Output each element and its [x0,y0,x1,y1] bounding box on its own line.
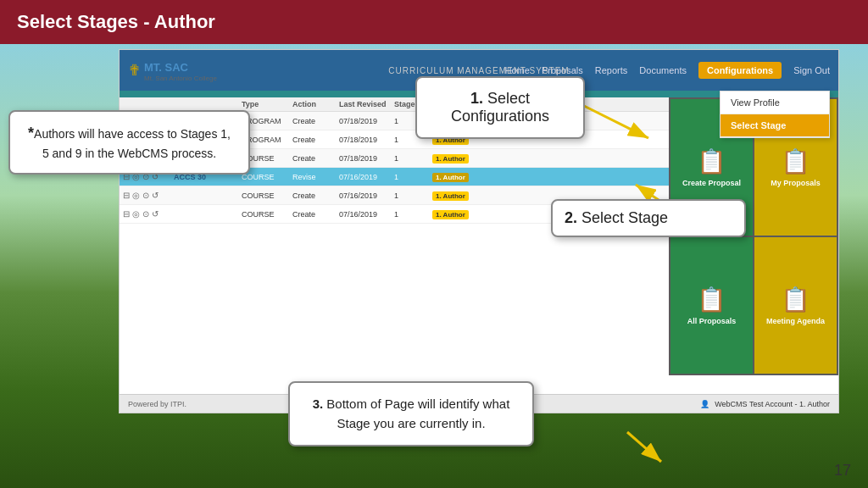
dropdown-menu: View Profile Select Stage [720,91,830,138]
row-icons: ⊟ ◎ ⊙ ↺ [123,209,174,219]
row-stagenum: 1 [394,210,432,219]
system-title: CURRICULUM MANAGEMENT SYSTEM [388,66,569,75]
my-proposals-label: My Proposals [771,179,821,187]
create-proposal-icon: 📋 [697,147,726,175]
row-stagenum: 1 [394,173,432,181]
print-icon: ⊟ [123,191,130,200]
col-lastrev-header: Last Revised [339,100,394,108]
dropdown-select-stage[interactable]: Select Stage [721,114,829,137]
row-stage: 1. Author [432,210,500,219]
authors-note-text: *Authors will have access to Stages 1, 5… [24,122,235,163]
authors-note-body: Authors will have access to Stages 1, 5 … [34,127,231,160]
row-action: Create [292,117,339,125]
configurations-button[interactable]: Configurations [698,62,782,79]
meeting-agenda-button[interactable]: 📋 Meeting Agenda [754,237,837,374]
nav-documents[interactable]: Documents [639,65,687,75]
callout-authors-note: *Authors will have access to Stages 1, 5… [8,110,250,175]
row-type: COURSE [242,173,292,181]
row-stage: 1. Author [432,154,500,163]
footer-left: Powered by ITPI. [128,400,186,408]
row-icons: ⊟ ◎ ⊙ ↺ [123,191,174,200]
footer-right: 👤 WebCMS Test Account - 1. Author [700,400,830,408]
step2-text: Select Stage [581,209,668,226]
asterisk: * [28,125,34,141]
user-icon: 👤 [700,400,709,408]
step3-number: 3. [313,396,324,411]
page-title: Select Stages - Author [17,11,215,33]
row-lastrev: 07/18/2019 [339,136,394,144]
row-action: Create [292,191,339,200]
print-icon: ⊟ [123,209,130,219]
my-proposals-icon: 📋 [781,147,810,175]
view-icon: ◎ [132,191,140,200]
all-proposals-label: All Proposals [687,317,737,325]
meeting-agenda-icon: 📋 [781,286,810,313]
col-action-header: Action [292,100,339,108]
row-type: COURSE [242,210,292,219]
dropdown-view-profile[interactable]: View Profile [721,92,829,114]
page-number: 17 [834,462,851,480]
eye-icon: ⊙ [142,209,149,219]
row-lastrev: 07/16/2019 [339,173,394,181]
row-stage: 1. Author [432,173,500,181]
view-icon: ◎ [132,209,140,219]
logo-name: MT. SAC [144,61,188,74]
step3-text: Bottom of Page will identify what Stage … [326,396,509,430]
col-icons [123,100,174,108]
meeting-agenda-label: Meeting Agenda [766,317,825,325]
col-name [174,100,242,108]
row-lastrev: 07/16/2019 [339,191,394,200]
refresh-icon: ↺ [152,191,159,200]
row-action: Create [292,154,339,163]
logo-cross-icon: ✟ [128,61,141,80]
arrow-step1 [576,100,661,151]
all-proposals-icon: 📋 [697,286,726,313]
callout-step1: 1. Select Configurations [415,76,585,139]
stage-badge: 1. Author [432,191,469,201]
col-type-header: Type [242,100,292,108]
callout-step2: 2. Select Stage [551,199,746,237]
footer-account: WebCMS Test Account - 1. Author [715,400,830,408]
row-lastrev: 07/18/2019 [339,117,394,125]
step1-text: Select Configurations [451,90,549,125]
row-action: Revise [292,173,339,181]
stage-badge: 1. Author [432,154,469,164]
nav-reports[interactable]: Reports [595,65,628,75]
eye-icon: ⊙ [142,191,149,200]
row-stagenum: 1 [394,191,432,200]
stage-badge: 1. Author [432,173,469,182]
row-stage: 1. Author [432,191,500,200]
logo-area: ✟ MT. SAC Mt. San Antonio College [128,59,217,82]
logo-text-block: MT. SAC Mt. San Antonio College [144,59,217,82]
logo-subtitle: Mt. San Antonio College [144,75,217,82]
callout-step3: 3. Bottom of Page will identify what Sta… [288,381,534,446]
svg-line-5 [627,432,661,462]
row-stagenum: 1 [394,154,432,163]
step2-number: 2. [565,209,577,226]
stage-badge: 1. Author [432,210,469,219]
step1-number: 1. [470,90,483,107]
row-lastrev: 07/18/2019 [339,154,394,163]
sign-out-button[interactable]: Sign Out [793,65,830,75]
all-proposals-button[interactable]: 📋 All Proposals [670,237,753,374]
title-bar: Select Stages - Author [0,0,868,44]
svg-line-1 [581,104,648,138]
row-lastrev: 07/16/2019 [339,210,394,219]
refresh-icon: ↺ [152,209,159,219]
row-type: COURSE [242,191,292,200]
row-action: Create [292,136,339,144]
row-action: Create [292,210,339,219]
